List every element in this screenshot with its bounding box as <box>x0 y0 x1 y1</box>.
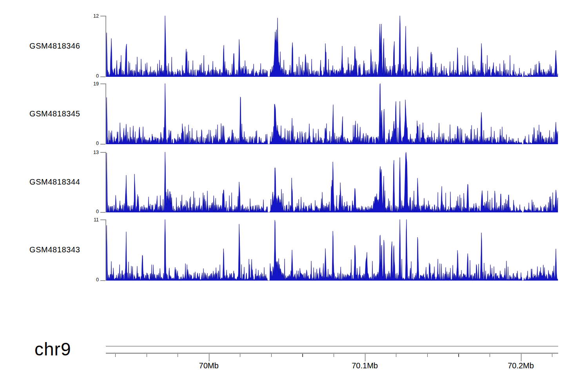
axis-tick-minor <box>490 354 490 357</box>
y-axis-tick <box>100 152 105 153</box>
coverage-area <box>106 152 558 212</box>
axis-tick-label: 70Mb <box>199 361 219 370</box>
y-axis-line <box>105 152 106 212</box>
y-axis-tick <box>100 76 105 77</box>
y-axis-label: 0 <box>83 209 99 214</box>
coverage-signal <box>106 83 558 144</box>
track-label: GSM4818343 <box>29 245 100 254</box>
y-axis-tick <box>100 83 105 84</box>
chromosome-label: chr9 <box>34 339 71 360</box>
axis-scale-line <box>106 353 558 354</box>
axis-tick-minor <box>271 354 272 357</box>
y-axis-label: 13 <box>83 150 99 155</box>
y-axis-label: 0 <box>83 73 99 79</box>
coverage-signal <box>106 219 558 281</box>
axis-tick-minor <box>552 354 552 357</box>
axis-tick-minor <box>147 354 147 357</box>
axis-tick-minor <box>396 354 396 357</box>
axis-tick-minor <box>115 354 116 357</box>
axis-tick-label: 70.2Mb <box>508 361 534 370</box>
y-axis-tick <box>100 280 105 281</box>
y-axis-label: 19 <box>83 81 99 87</box>
y-axis-tick <box>100 212 105 213</box>
axis-tick-major <box>521 354 522 361</box>
y-axis-tick <box>100 144 105 145</box>
axis-tick-label: 70.1Mb <box>352 361 378 370</box>
axis-tick-major <box>365 354 366 361</box>
axis-tick-minor <box>240 354 240 357</box>
y-axis-label: 0 <box>83 277 99 283</box>
y-axis-tick <box>100 16 105 16</box>
axis-tick-minor <box>334 354 334 357</box>
axis-range-line <box>106 346 558 346</box>
y-axis-label: 0 <box>83 141 99 146</box>
track-label: GSM4818344 <box>29 178 100 187</box>
y-axis-line <box>105 219 106 281</box>
genome-browser-figure: GSM4818346120GSM4818345190GSM4818344130G… <box>0 0 588 384</box>
coverage-signal <box>106 152 558 212</box>
track-label: GSM4818345 <box>29 109 100 118</box>
coverage-area <box>106 83 558 144</box>
coverage-area <box>106 219 558 281</box>
axis-tick-minor <box>427 354 428 357</box>
y-axis-line <box>105 83 106 144</box>
axis-tick-minor <box>458 354 459 357</box>
y-axis-tick <box>100 219 105 220</box>
y-axis-label: 12 <box>83 13 99 19</box>
coverage-area <box>106 16 558 77</box>
axis-tick-minor <box>302 354 303 357</box>
y-axis-line <box>105 16 106 77</box>
axis-tick-minor <box>178 354 178 357</box>
coverage-signal <box>106 16 558 77</box>
track-label: GSM4818346 <box>29 42 100 51</box>
y-axis-label: 11 <box>83 217 99 223</box>
axis-tick-major <box>209 354 210 361</box>
